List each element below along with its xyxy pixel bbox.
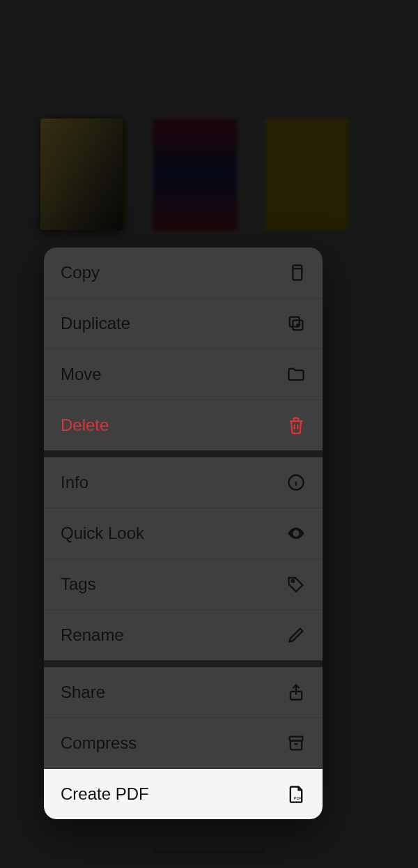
duplicate-icon (286, 314, 306, 333)
eye-icon (286, 524, 306, 543)
menu-item-label: Info (61, 473, 88, 492)
share-icon (286, 683, 306, 702)
folder-icon (286, 365, 306, 384)
menu-item-label: Rename (61, 625, 124, 645)
trash-icon (286, 416, 306, 435)
menu-item-quick-look[interactable]: Quick Look (44, 508, 323, 559)
menu-item-rename[interactable]: Rename (44, 610, 323, 660)
svg-rect-0 (293, 268, 302, 280)
home-indicator (153, 850, 265, 854)
svg-point-4 (292, 580, 295, 583)
svg-rect-6 (290, 737, 303, 741)
menu-item-move[interactable]: Move (44, 349, 323, 400)
pencil-icon (286, 625, 306, 645)
menu-item-label: Move (61, 365, 102, 384)
menu-item-label: Duplicate (61, 314, 130, 333)
context-menu: Copy Duplicate Move Delete (44, 248, 323, 819)
menu-separator (44, 660, 323, 667)
info-icon (286, 473, 306, 492)
archive-icon (286, 733, 306, 753)
svg-text:PDF: PDF (294, 796, 302, 800)
menu-item-label: Tags (61, 574, 96, 594)
menu-item-delete[interactable]: Delete (44, 400, 323, 450)
menu-item-label: Copy (61, 263, 100, 282)
pdf-file-icon: PDF (286, 784, 306, 804)
menu-item-tags[interactable]: Tags (44, 559, 323, 610)
menu-item-label: Delete (61, 416, 109, 435)
menu-item-share[interactable]: Share (44, 667, 323, 718)
menu-item-compress[interactable]: Compress (44, 718, 323, 769)
menu-item-info[interactable]: Info (44, 457, 323, 508)
menu-item-label: Create PDF (61, 784, 149, 804)
menu-separator (44, 450, 323, 457)
menu-item-copy[interactable]: Copy (44, 248, 323, 298)
menu-item-label: Quick Look (61, 524, 144, 543)
menu-item-label: Share (61, 683, 105, 702)
selected-file-thumbnail (40, 119, 123, 230)
menu-item-create-pdf[interactable]: Create PDF PDF (44, 769, 323, 819)
tag-icon (286, 574, 306, 594)
copy-icon (286, 263, 306, 282)
menu-item-label: Compress (61, 733, 137, 753)
menu-item-duplicate[interactable]: Duplicate (44, 298, 323, 349)
